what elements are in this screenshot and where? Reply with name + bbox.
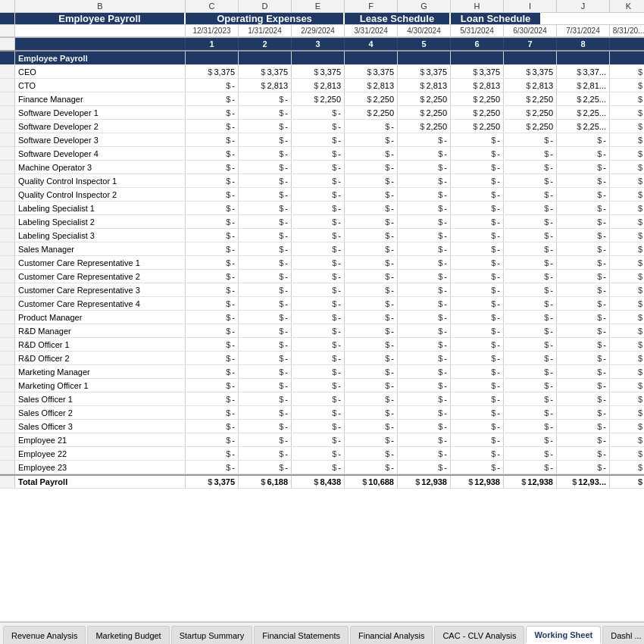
value-cell-g: $-	[398, 229, 451, 242]
value-cell-g: $-	[398, 392, 451, 405]
value-cell-d: $-	[239, 215, 292, 228]
value-cell-i: $-	[504, 406, 557, 419]
value-cell-j: $-	[557, 338, 610, 351]
employee-name: Customer Care Representative 1	[15, 256, 186, 269]
sheet-tab[interactable]: Dashl ...	[602, 626, 644, 644]
value-cell-f: $-	[345, 256, 398, 269]
num-c: 1	[186, 38, 239, 50]
value-cell-k: $	[610, 406, 644, 419]
value-cell-g: $-	[398, 147, 451, 160]
value-cell-c: $-	[186, 461, 239, 474]
employee-rows: CEO$3,375$3,375$3,375$3,375$3,375$3,375$…	[0, 65, 644, 474]
value-cell-d: $2,813	[239, 79, 292, 92]
value-cell-f: $-	[345, 133, 398, 146]
value-cell-j: $2,25...	[557, 106, 610, 119]
value-cell-e: $-	[292, 106, 345, 119]
sheet-tab[interactable]: Startup Summary	[171, 626, 253, 644]
num-b	[15, 38, 186, 50]
row-number	[0, 106, 15, 119]
sheet-tab[interactable]: Financial Statements	[254, 626, 349, 644]
employee-name: Machine Operator 3	[15, 161, 186, 174]
sec-row-f	[345, 52, 398, 64]
sheet-tab[interactable]: Financial Analysis	[350, 626, 433, 644]
sheet-tab[interactable]: Marketing Budget	[87, 626, 169, 644]
value-cell-e: $-	[292, 324, 345, 337]
value-cell-f: $-	[345, 420, 398, 433]
sheet-tab[interactable]: Working Sheet	[526, 626, 601, 644]
total-k: $	[610, 476, 644, 488]
table-row: Marketing Officer 1$-$-$-$-$-$-$-$-$	[0, 379, 644, 392]
total-d: $6,188	[239, 476, 292, 488]
row-number	[0, 215, 15, 228]
value-cell-g: $-	[398, 256, 451, 269]
num-k	[610, 38, 644, 50]
row-number	[0, 161, 15, 174]
row-number	[0, 297, 15, 310]
employee-name: R&D Officer 1	[15, 338, 186, 351]
value-cell-i: $-	[504, 202, 557, 214]
employee-name: Labeling Specialist 1	[15, 202, 186, 214]
value-cell-e: $-	[292, 420, 345, 433]
value-cell-k: $	[610, 461, 644, 474]
value-cell-j: $-	[557, 311, 610, 324]
value-cell-c: $-	[186, 106, 239, 119]
table-row: Employee 23$-$-$-$-$-$-$-$-$	[0, 461, 644, 474]
total-label: Total Payroll	[15, 476, 186, 488]
row-number	[0, 229, 15, 242]
value-cell-g: $-	[398, 447, 451, 460]
value-cell-i: $-	[504, 392, 557, 405]
sheet-tab[interactable]: Revenue Analysis	[3, 626, 86, 644]
value-cell-g: $-	[398, 433, 451, 446]
row-number	[0, 392, 15, 405]
value-cell-d: $-	[239, 365, 292, 378]
value-cell-i: $-	[504, 352, 557, 364]
table-row: Employee 21$-$-$-$-$-$-$-$-$	[0, 433, 644, 447]
value-cell-g: $-	[398, 188, 451, 201]
sheet-tab[interactable]: CAC - CLV Analysis	[434, 626, 524, 644]
value-cell-k: $	[610, 147, 644, 160]
value-cell-j: $-	[557, 229, 610, 242]
value-cell-e: $-	[292, 447, 345, 460]
employee-name: Marketing Manager	[15, 365, 186, 378]
employee-name: Software Developer 1	[15, 106, 186, 119]
employee-name: Software Developer 2	[15, 120, 186, 133]
value-cell-j: $-	[557, 365, 610, 378]
col-header-h: H	[451, 0, 504, 12]
value-cell-d: $-	[239, 92, 292, 105]
value-cell-j: $-	[557, 392, 610, 405]
table-row: Marketing Manager$-$-$-$-$-$-$-$-$	[0, 365, 644, 379]
employee-name: CTO	[15, 79, 186, 92]
value-cell-j: $-	[557, 461, 610, 474]
value-cell-i: $-	[504, 433, 557, 446]
value-cell-e: $-	[292, 133, 345, 146]
row-number	[0, 324, 15, 337]
employee-name: Sales Officer 2	[15, 406, 186, 419]
value-cell-g: $3,375	[398, 65, 451, 78]
value-cell-c: $3,375	[186, 65, 239, 78]
value-cell-g: $-	[398, 311, 451, 324]
value-cell-c: $-	[186, 270, 239, 283]
employee-name: Sales Officer 3	[15, 420, 186, 433]
value-cell-e: $-	[292, 229, 345, 242]
value-cell-e: $-	[292, 188, 345, 201]
value-cell-i: $-	[504, 270, 557, 283]
total-e: $8,438	[292, 476, 345, 488]
value-cell-k: $	[610, 202, 644, 214]
value-cell-k: $	[610, 392, 644, 405]
value-cell-h: $-	[451, 133, 504, 146]
col-header-d: D	[239, 0, 292, 12]
value-cell-k: $	[610, 229, 644, 242]
value-cell-g: $-	[398, 379, 451, 392]
row-number	[0, 338, 15, 351]
employee-name: CEO	[15, 65, 186, 78]
table-row: Software Developer 4$-$-$-$-$-$-$-$-$	[0, 147, 644, 161]
column-headers: B C D E F G H I J K	[0, 0, 644, 13]
value-cell-g: $2,250	[398, 106, 451, 119]
value-cell-e: $-	[292, 311, 345, 324]
value-cell-c: $-	[186, 120, 239, 133]
row-number	[0, 406, 15, 419]
table-row: Finance Manager$-$-$2,250$2,250$2,250$2,…	[0, 92, 644, 106]
table-row: Customer Care Representative 2$-$-$-$-$-…	[0, 270, 644, 283]
value-cell-d: $-	[239, 338, 292, 351]
table-row: Customer Care Representative 1$-$-$-$-$-…	[0, 256, 644, 270]
